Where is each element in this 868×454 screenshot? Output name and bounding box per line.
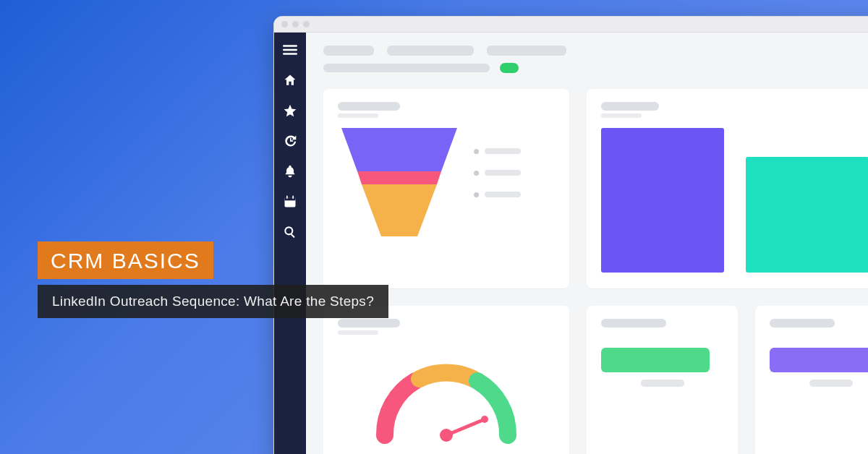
legend-item (474, 170, 521, 176)
card-title (338, 102, 400, 111)
svg-rect-10 (291, 234, 295, 238)
status-row (323, 63, 868, 73)
mini-sub (641, 380, 684, 387)
card-subtitle (338, 113, 378, 118)
legend-item (474, 192, 521, 197)
card-subtitle (601, 113, 642, 118)
svg-point-16 (481, 416, 488, 423)
article-title: LinkedIn Outreach Sequence: What Are the… (38, 285, 388, 318)
mini-card-purple (755, 306, 868, 454)
svg-point-9 (285, 227, 292, 234)
hero-stage: CRM BASICS LinkedIn Outreach Sequence: W… (0, 0, 868, 454)
svg-rect-2 (283, 53, 297, 55)
menu-icon[interactable] (283, 43, 297, 57)
breadcrumb (323, 46, 868, 56)
status-badge (500, 63, 519, 73)
mini-bar (601, 348, 710, 372)
sidebar (274, 33, 306, 454)
status-text (323, 64, 490, 72)
funnel-legend (474, 148, 521, 197)
svg-rect-1 (283, 49, 297, 51)
svg-rect-0 (283, 45, 297, 47)
funnel-card (323, 89, 569, 288)
svg-marker-11 (341, 128, 457, 171)
svg-rect-7 (286, 196, 288, 199)
category-tag: CRM BASICS (38, 241, 213, 279)
window-titlebar (274, 17, 868, 33)
mini-card-green (587, 306, 738, 454)
breadcrumb-item (487, 46, 566, 56)
svg-rect-6 (285, 197, 296, 200)
home-icon[interactable] (283, 73, 297, 87)
traffic-light-min[interactable] (292, 21, 299, 27)
block-b (746, 157, 868, 273)
svg-rect-4 (290, 140, 293, 142)
gauge-card (323, 306, 569, 454)
card-subtitle (338, 330, 378, 335)
history-icon[interactable] (283, 134, 297, 148)
svg-rect-8 (292, 196, 294, 199)
block-a (601, 128, 724, 273)
bell-icon[interactable] (283, 164, 297, 179)
card-title (601, 102, 659, 111)
gauge-chart (363, 345, 529, 453)
card-title (338, 319, 400, 327)
star-icon[interactable] (283, 103, 297, 118)
app-window (273, 16, 868, 454)
svg-marker-12 (357, 171, 441, 184)
card-title (770, 319, 835, 327)
legend-item (474, 148, 521, 154)
traffic-light-close[interactable] (281, 21, 288, 27)
search-icon[interactable] (283, 225, 297, 239)
funnel-chart (338, 128, 461, 236)
calendar-icon[interactable] (283, 194, 297, 209)
traffic-light-max[interactable] (303, 21, 310, 27)
mini-sub (809, 380, 853, 387)
main-content (306, 33, 868, 454)
blocks-card (587, 89, 868, 288)
card-title (601, 319, 666, 327)
mini-bar (770, 348, 868, 372)
svg-marker-13 (362, 184, 437, 236)
breadcrumb-item (387, 46, 474, 56)
blocks-chart (601, 128, 868, 273)
breadcrumb-item (323, 46, 374, 56)
svg-line-15 (446, 419, 485, 435)
